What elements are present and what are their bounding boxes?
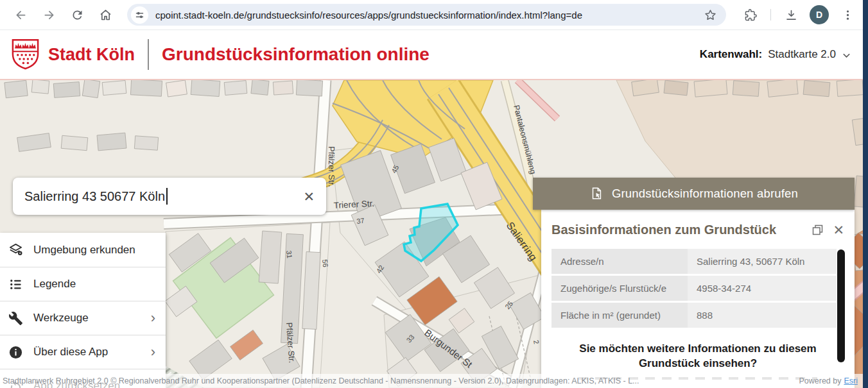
map-canvas[interactable]: 9 Trierer Str. Trierer Str. Pfälzer Str.… <box>0 80 868 388</box>
menu-item-werkzeuge[interactable]: Werkzeuge › <box>0 301 166 335</box>
search-clear-icon[interactable]: ✕ <box>303 190 315 203</box>
url-text[interactable]: cpoint.stadt-koeln.de/grundstuecksinfo/r… <box>155 10 582 21</box>
browser-toolbar: cpoint.stadt-koeln.de/grundstuecksinfo/r… <box>0 0 868 30</box>
basis-info-panel: Basisinformationen zum Grundstück ✕ Adre… <box>541 210 855 388</box>
map-choice-value: Stadtkarte 2.0 <box>768 48 836 61</box>
search-value[interactable]: Salierring 43 50677 Köln <box>24 189 165 204</box>
map-choice-dropdown[interactable]: Kartenwahl: Stadtkarte 2.0 <box>700 48 851 61</box>
layers-icon <box>8 242 23 257</box>
esri-link[interactable]: Esri <box>844 376 858 385</box>
row-label: Zugehörige/s Flurstück/e <box>551 276 688 301</box>
parcel-info-table: Adresse/n Salierring 43, 50677 Köln Zuge… <box>551 249 837 328</box>
app-header: Stadt Köln Grundstücksinformation online… <box>0 30 868 80</box>
search-input[interactable]: Salierring 43 50677 Köln ✕ <box>13 178 326 215</box>
more-info-question: Sie möchten weitere Informationen zu die… <box>551 342 844 371</box>
panel-section-title: Basisinformationen zum Grundstück <box>551 223 776 237</box>
toolbar-divider <box>770 9 771 21</box>
menu-item-label: Legende <box>33 278 76 291</box>
tools-menu: Umgebung erkunden Legende Werkzeuge › Üb… <box>0 233 166 388</box>
forward-icon[interactable] <box>38 4 60 26</box>
panel-close-icon[interactable]: ✕ <box>833 223 844 237</box>
chevron-right-icon: › <box>151 345 155 359</box>
menu-item-umgebung-erkunden[interactable]: Umgebung erkunden <box>0 233 166 267</box>
back-icon[interactable] <box>10 4 31 26</box>
download-icon[interactable] <box>780 4 802 26</box>
menu-item-label: Umgebung erkunden <box>33 244 135 257</box>
menu-item-label: Werkzeuge <box>33 312 89 325</box>
panel-scrollbar[interactable] <box>837 249 845 362</box>
legend-list-icon <box>8 277 23 292</box>
table-row: Fläche in m² (gerundet) 888 <box>551 303 837 328</box>
table-row: Adresse/n Salierring 43, 50677 Köln <box>551 249 837 274</box>
reload-icon[interactable] <box>66 4 88 26</box>
chevron-down-icon <box>842 51 851 60</box>
panel-bar-title: Grundstücksinformationen abrufen <box>612 187 798 201</box>
address-bar[interactable]: cpoint.stadt-koeln.de/grundstuecksinfo/r… <box>127 4 726 26</box>
site-settings-icon[interactable] <box>131 6 148 24</box>
row-label: Adresse/n <box>551 249 688 274</box>
bookmark-star-icon[interactable] <box>700 5 720 24</box>
window-edge-strip <box>863 0 868 388</box>
brand-name: Stadt Köln <box>48 45 135 65</box>
row-value: 4958-34-274 <box>688 276 837 301</box>
page-title: Grundstücksinformation online <box>162 44 430 65</box>
chevron-right-icon: › <box>151 311 155 325</box>
house-number: 31 <box>285 250 293 258</box>
header-divider <box>148 39 149 70</box>
document-select-icon <box>589 187 603 201</box>
home-icon[interactable] <box>94 4 116 26</box>
house-number: 37 <box>356 216 365 225</box>
row-label: Fläche in m² (gerundet) <box>551 303 688 328</box>
menu-item-legende[interactable]: Legende <box>0 267 166 301</box>
info-icon <box>8 345 23 360</box>
duplicate-window-icon[interactable] <box>811 223 824 237</box>
text-caret <box>166 188 168 205</box>
get-parcel-info-button[interactable]: Grundstücksinformationen abrufen <box>533 178 855 210</box>
menu-kebab-icon[interactable] <box>837 4 858 26</box>
wrench-icon <box>8 311 23 326</box>
menu-item-ueber-diese-app[interactable]: Über diese App › <box>0 335 166 369</box>
menu-item-label: Über diese App <box>33 346 108 358</box>
row-value: Salierring 43, 50677 Köln <box>688 249 837 274</box>
table-row: Zugehörige/s Flurstück/e 4958-34-274 <box>551 276 837 301</box>
street-label: Pfälzer Str. <box>327 146 336 187</box>
map-choice-label: Kartenwahl: <box>700 48 762 61</box>
map-attribution-bar: Stadtplanwerk Ruhrgebiet 2.0 © Regionalv… <box>0 374 868 388</box>
extensions-icon[interactable] <box>740 4 761 26</box>
profile-avatar[interactable]: D <box>810 5 829 24</box>
powered-by-text: Powered by <box>799 376 841 385</box>
koeln-crest-logo <box>10 37 40 72</box>
house-number: 56 <box>321 259 329 267</box>
row-value: 888 <box>688 303 837 328</box>
attribution-text: Stadtplanwerk Ruhrgebiet 2.0 © Regionalv… <box>3 376 639 385</box>
